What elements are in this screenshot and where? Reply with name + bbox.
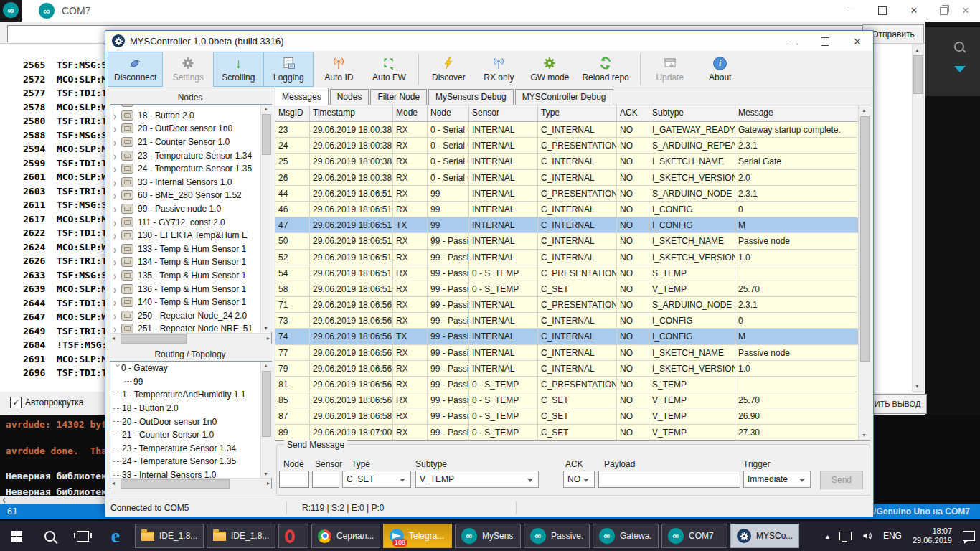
taskbar-button-сериал-[interactable]: Сериал... <box>311 524 380 548</box>
trigger-select[interactable]: Immediate <box>743 471 811 488</box>
taskbar-button-telegra-[interactable]: 108Telegra... <box>383 524 452 548</box>
column-header-type[interactable]: Type <box>538 105 617 121</box>
serial-close-button[interactable]: × <box>898 0 930 22</box>
table-row[interactable]: 8529.06.2019 18:06:56RX99 - Passive node… <box>275 392 870 408</box>
nodes-tree-item[interactable]: ›99 - Passive node 1.0 <box>110 202 271 216</box>
nodes-vertical-scrollbar[interactable]: ▴ ▾ <box>260 105 272 332</box>
serial-scrollbar-thumb[interactable] <box>913 55 923 94</box>
table-row[interactable]: 5029.06.2019 18:06:51RX99 - Passive node… <box>275 233 870 249</box>
column-header-timestamp[interactable]: Timestamp <box>310 105 393 121</box>
scroll-up-icon[interactable]: ▴ <box>913 47 922 53</box>
scroll-down-icon[interactable]: ▾ <box>261 471 270 477</box>
routing-tree-item[interactable]: 18 - Button 2.0 <box>110 402 271 415</box>
serial-maximize-button[interactable] <box>867 0 898 22</box>
tab-myscontroller-debug[interactable]: MYSController Debug <box>515 89 613 105</box>
volume-icon[interactable] <box>857 521 878 551</box>
nodes-hscrollbar-thumb[interactable] <box>121 334 187 344</box>
table-row[interactable]: 7929.06.2019 18:06:56RX99 - Passive node… <box>275 361 870 377</box>
table-row[interactable]: 2429.06.2019 18:00:38RX0 - Serial Gatewa… <box>275 138 870 154</box>
clear-output-button[interactable]: ИТЬ ВЫВОД <box>868 394 927 414</box>
ide-search-icon[interactable] <box>954 42 964 52</box>
routing-hscrollbar-thumb[interactable] <box>121 479 230 489</box>
table-row[interactable]: 2629.06.2019 18:00:38RX0 - Serial Gatewa… <box>275 170 870 186</box>
routing-tree-item[interactable]: 20 - OutDoor sensor 1n0 <box>110 415 271 428</box>
scroll-up-icon[interactable]: ▴ <box>261 362 270 369</box>
table-row[interactable]: 5829.06.2019 18:06:51RX99 - Passive node… <box>275 281 870 297</box>
settings-button[interactable]: Settings <box>163 52 213 87</box>
autoscroll-checkbox[interactable]: ✓ <box>10 397 22 408</box>
mysc-minimize-button[interactable] <box>777 31 809 52</box>
logging-button[interactable]: Logging <box>263 52 314 87</box>
taskbar-button-ide-1-8-[interactable]: IDE_1.8.... <box>135 524 204 548</box>
nodes-tree-item[interactable]: ›135 - Temp & Hum Sensor 1 <box>110 269 271 283</box>
routing-tree-item[interactable]: 1 - TemperatureAndHumidity 1.1 <box>110 388 271 402</box>
scroll-down-icon[interactable]: ▾ <box>859 432 869 438</box>
auto-fw-button[interactable]: Auto FW <box>364 52 414 87</box>
edge-button[interactable]: e <box>99 521 132 551</box>
routing-scrollbar-thumb[interactable] <box>262 371 271 437</box>
scroll-down-icon[interactable]: ▾ <box>913 383 922 390</box>
scroll-right-icon[interactable]: ▸ <box>267 479 270 488</box>
mysc-titlebar[interactable]: MYSController 1.0.0beta (build 3316) × <box>105 31 873 51</box>
scroll-down-icon[interactable]: ▾ <box>261 325 270 331</box>
table-row[interactable]: 8729.06.2019 18:06:58RX99 - Passive node… <box>275 408 870 424</box>
ide-horizontal-scrollbar[interactable]: ❮ <box>0 496 105 504</box>
column-header-node[interactable]: Node <box>428 105 469 121</box>
scroll-right-icon[interactable]: ▸ <box>267 334 270 343</box>
nodes-scrollbar-thumb[interactable] <box>262 114 271 155</box>
taskbar-button-ide-1-8-[interactable]: IDE_1.8.... <box>207 524 275 548</box>
nodes-tree-item[interactable]: ›140 - Temp & Hum Sensor 1 <box>110 296 271 309</box>
table-row[interactable]: 7129.06.2019 18:06:56RX99 - Passive node… <box>275 297 870 313</box>
column-header-subtype[interactable]: Subtype <box>649 105 735 121</box>
nodes-tree-item[interactable]: ›130 - EFEKTA Temp&Hum E <box>110 229 271 242</box>
nodes-horizontal-scrollbar[interactable]: ◂ ▸ <box>110 333 271 344</box>
mysc-close-button[interactable]: × <box>842 31 873 52</box>
ide-dropdown-arrow-icon[interactable] <box>954 66 966 72</box>
routing-tree-item[interactable]: 24 - Temperature Sensor 1.35 <box>110 455 271 468</box>
tab-filter-node[interactable]: Filter Node <box>370 89 427 105</box>
ide-restore-button[interactable] <box>931 0 956 22</box>
scroll-up-icon[interactable]: ▴ <box>261 105 270 112</box>
nodes-tree-item[interactable]: ›136 - Temp & Hum Sensor 1 <box>110 282 271 296</box>
scroll-left-icon[interactable]: ◂ <box>112 334 115 343</box>
nodes-tree-item[interactable]: ›60 - BME_280 Sensor 1.52 <box>110 189 271 202</box>
serial-minimize-button[interactable] <box>835 0 867 22</box>
start-button[interactable] <box>0 521 33 551</box>
subtype-select[interactable]: V_TEMP <box>415 471 539 488</box>
scroll-left-icon[interactable]: ◂ <box>112 479 115 488</box>
language-indicator[interactable]: ENG <box>878 521 907 551</box>
routing-vertical-scrollbar[interactable]: ▴ ▾ <box>260 362 272 478</box>
taskbar-button-mysens-[interactable]: ∞MySens... <box>455 524 521 548</box>
sensor-field[interactable] <box>312 471 339 488</box>
scrolling-button[interactable]: ↓Scrolling <box>213 52 263 87</box>
routing-tree-item[interactable]: 21 - Counter Sensor 1.0 <box>110 428 271 442</box>
table-row[interactable]: 4629.06.2019 18:06:51RX99INTERNALC_INTER… <box>275 202 870 217</box>
payload-field[interactable] <box>598 471 740 488</box>
nodes-tree-item[interactable]: ›111 - GY712_const 2.0 <box>110 215 271 229</box>
taskbar-button-passive-[interactable]: ∞Passive... <box>524 524 590 548</box>
column-header-mode[interactable]: Mode <box>393 105 428 121</box>
rx-only-button[interactable]: RX only <box>473 52 524 87</box>
table-row[interactable]: 2529.06.2019 18:00:38RX0 - Serial Gatewa… <box>275 154 870 169</box>
nodes-tree-item[interactable]: ›133 - Temp & Hum Sensor 1 <box>110 242 271 256</box>
nodes-tree-item[interactable]: ›21 - Counter Sensor 1.0 <box>110 136 271 149</box>
column-header-sensor[interactable]: Sensor <box>469 105 538 121</box>
taskbar-button-opera[interactable] <box>278 524 308 548</box>
auto-id-button[interactable]: Auto ID <box>314 52 364 87</box>
discover-button[interactable]: Discover <box>423 52 473 87</box>
table-row[interactable]: 8929.06.2019 18:07:00RX99 - Passive node… <box>275 425 870 441</box>
routing-horizontal-scrollbar[interactable]: ◂ ▸ <box>110 478 271 489</box>
scroll-up-icon[interactable]: ▴ <box>859 107 869 113</box>
network-icon[interactable] <box>834 521 857 551</box>
nodes-tree-item[interactable]: ›23 - Temperature Sensor 1.34 <box>110 149 271 162</box>
taskbar-button-com7[interactable]: ∞COM7 <box>661 524 727 548</box>
reload-repo-button[interactable]: Reload repo <box>575 52 635 87</box>
about-button[interactable]: iAbout <box>695 52 745 87</box>
nodes-tree-item[interactable]: ›250 - Repeater Node_24 2.0 <box>110 309 271 323</box>
table-row[interactable]: 7729.06.2019 18:06:56RX99 - Passive node… <box>275 345 870 361</box>
ack-select[interactable]: NO <box>563 471 595 488</box>
gw-mode-button[interactable]: GW mode <box>524 52 575 87</box>
column-header-message[interactable]: Message <box>735 105 857 121</box>
node-field[interactable] <box>279 471 309 488</box>
mysc-maximize-button[interactable] <box>809 31 841 52</box>
